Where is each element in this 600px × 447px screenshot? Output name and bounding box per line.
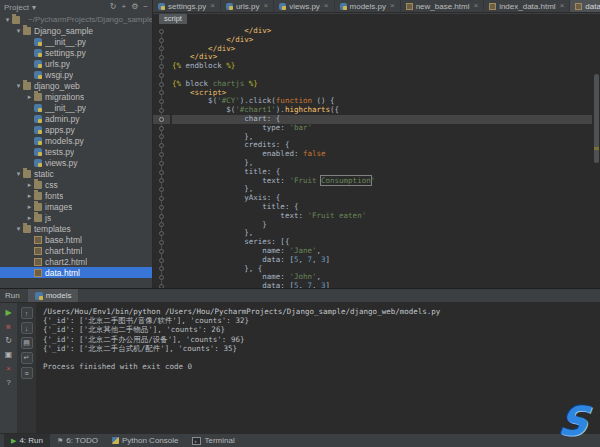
fold-marker-icon[interactable] bbox=[153, 106, 170, 115]
tree-item-__init__.py[interactable]: __init__.py bbox=[0, 36, 152, 47]
fold-marker-icon[interactable] bbox=[153, 265, 170, 274]
console-output[interactable]: /Users/Hou/Env1/bin/python /Users/Hou/Py… bbox=[43, 307, 596, 431]
down-stack-icon[interactable]: ↓ bbox=[21, 322, 33, 334]
fold-marker-icon[interactable] bbox=[153, 185, 170, 194]
tab-data.html[interactable]: data.html× bbox=[570, 0, 600, 12]
tree-item-Django_sample[interactable]: ▾Django_sample~/PycharmProjects/Django_s… bbox=[0, 14, 152, 25]
close-icon[interactable]: × bbox=[324, 2, 329, 10]
chevron-down-icon[interactable]: ▾ bbox=[14, 170, 23, 178]
fold-marker-icon[interactable] bbox=[153, 89, 170, 98]
chevron-down-icon[interactable]: ▾ bbox=[3, 16, 12, 24]
close-icon[interactable]: × bbox=[3, 363, 14, 374]
chevron-down-icon[interactable]: ▾ bbox=[14, 27, 23, 35]
tab-urls.py[interactable]: urls.py× bbox=[221, 0, 274, 12]
fold-marker-icon[interactable] bbox=[153, 53, 170, 62]
tab-models.py[interactable]: models.py× bbox=[335, 0, 401, 12]
chevron-down-icon[interactable]: ▾ bbox=[14, 225, 23, 233]
project-panel-selector[interactable]: Project ▾ bbox=[4, 3, 36, 12]
tree-item-apps.py[interactable]: apps.py bbox=[0, 124, 152, 135]
add-icon[interactable]: + bbox=[121, 0, 126, 14]
chevron-right-icon[interactable]: ▸ bbox=[25, 192, 34, 200]
tree-item-images[interactable]: ▸images bbox=[0, 201, 152, 212]
tree-item-views.py[interactable]: views.py bbox=[0, 157, 152, 168]
chevron-right-icon[interactable]: ▸ bbox=[25, 93, 34, 101]
soft-wrap-icon[interactable]: ↵ bbox=[21, 352, 33, 364]
fold-marker-icon[interactable] bbox=[153, 238, 170, 247]
fold-marker-icon[interactable] bbox=[153, 247, 170, 256]
fold-marker-icon[interactable] bbox=[153, 159, 170, 168]
run-config-tab[interactable]: models bbox=[28, 289, 79, 302]
editor-gutter[interactable] bbox=[153, 27, 170, 288]
toolwindow-button-terminal[interactable]: ›Terminal bbox=[185, 434, 241, 447]
fold-marker-icon[interactable] bbox=[153, 229, 170, 238]
fold-marker-icon[interactable] bbox=[153, 194, 170, 203]
hide-panel-icon[interactable]: − bbox=[143, 0, 148, 14]
tree-item-models.py[interactable]: models.py bbox=[0, 135, 152, 146]
close-icon[interactable]: × bbox=[390, 2, 395, 10]
tree-item-Django_sample[interactable]: ▾Django_sample bbox=[0, 25, 152, 36]
tree-item-css[interactable]: ▸css bbox=[0, 179, 152, 190]
tree-item-static[interactable]: ▾static bbox=[0, 168, 152, 179]
up-stack-icon[interactable]: ↑ bbox=[21, 307, 33, 319]
chevron-right-icon[interactable]: ▸ bbox=[25, 203, 34, 211]
tree-item-data.html[interactable]: data.html bbox=[0, 267, 152, 278]
tree-item-urls.py[interactable]: urls.py bbox=[0, 58, 152, 69]
tree-item-templates[interactable]: ▾templates bbox=[0, 223, 152, 234]
fold-marker-icon[interactable] bbox=[153, 256, 170, 265]
fold-marker-icon[interactable] bbox=[153, 150, 170, 159]
tree-item-settings.py[interactable]: settings.py bbox=[0, 47, 152, 58]
rerun-icon[interactable]: ▶ bbox=[3, 307, 14, 318]
code-editor[interactable]: script </div> </div> </div> </div>{% end… bbox=[153, 14, 600, 288]
fold-marker-icon[interactable] bbox=[153, 80, 170, 89]
tree-item-fonts[interactable]: ▸fonts bbox=[0, 190, 152, 201]
toolwindow-button-6-todo[interactable]: ⚑6: TODO bbox=[50, 434, 105, 447]
tree-item-tests.py[interactable]: tests.py bbox=[0, 146, 152, 157]
fold-marker-icon[interactable] bbox=[153, 133, 170, 142]
chevron-right-icon[interactable]: ▸ bbox=[25, 214, 34, 222]
fold-marker-icon[interactable] bbox=[153, 115, 170, 124]
close-icon[interactable]: × bbox=[473, 2, 478, 10]
tab-views.py[interactable]: views.py× bbox=[274, 0, 334, 12]
fold-marker-icon[interactable] bbox=[153, 27, 170, 36]
fold-marker-icon[interactable] bbox=[153, 62, 170, 71]
tree-item-wsgi.py[interactable]: wsgi.py bbox=[0, 69, 152, 80]
fold-marker-icon[interactable] bbox=[153, 221, 170, 230]
editor-scrollbar[interactable] bbox=[593, 27, 600, 288]
console-settings-icon[interactable]: ▤ bbox=[21, 337, 33, 349]
fold-marker-icon[interactable] bbox=[153, 141, 170, 150]
tab-new_base.html[interactable]: new_base.html× bbox=[401, 0, 484, 12]
toolwindow-button-4-run[interactable]: ▶4: Run bbox=[4, 434, 50, 447]
tab-index_data.html[interactable]: index_data.html× bbox=[484, 0, 570, 12]
toolwindow-button-python-console[interactable]: Python Console bbox=[105, 434, 185, 447]
settings-gear-icon[interactable]: ⚙ bbox=[131, 0, 138, 14]
close-icon[interactable]: × bbox=[263, 2, 268, 10]
chevron-right-icon[interactable]: ▸ bbox=[25, 181, 34, 189]
fold-marker-icon[interactable] bbox=[153, 273, 170, 282]
tab-settings.py[interactable]: settings.py× bbox=[153, 0, 221, 12]
scroll-end-icon[interactable]: ≡ bbox=[21, 367, 33, 379]
fold-marker-icon[interactable] bbox=[153, 124, 170, 133]
fold-marker-icon[interactable] bbox=[153, 177, 170, 186]
tree-item-base.html[interactable]: base.html bbox=[0, 234, 152, 245]
fold-marker-icon[interactable] bbox=[153, 71, 170, 80]
tree-item-chart2.html[interactable]: chart2.html bbox=[0, 256, 152, 267]
fold-marker-icon[interactable] bbox=[153, 168, 170, 177]
fold-marker-icon[interactable] bbox=[153, 45, 170, 54]
stop-icon[interactable]: ■ bbox=[3, 321, 14, 332]
fold-marker-icon[interactable] bbox=[153, 97, 170, 106]
restore-layout-icon[interactable]: ↻ bbox=[3, 335, 14, 346]
close-icon[interactable]: × bbox=[210, 2, 215, 10]
pin-icon[interactable]: ▣ bbox=[3, 349, 14, 360]
fold-marker-icon[interactable] bbox=[153, 203, 170, 212]
tree-item-__init__.py[interactable]: __init__.py bbox=[0, 102, 152, 113]
tree-item-django_web[interactable]: ▾django_web bbox=[0, 80, 152, 91]
help-icon[interactable]: ? bbox=[3, 377, 14, 388]
fold-marker-icon[interactable] bbox=[153, 212, 170, 221]
tree-item-migrations[interactable]: ▸migrations bbox=[0, 91, 152, 102]
fold-marker-icon[interactable] bbox=[153, 36, 170, 45]
tree-item-chart.html[interactable]: chart.html bbox=[0, 245, 152, 256]
tree-item-admin.py[interactable]: admin.py bbox=[0, 113, 152, 124]
close-icon[interactable]: × bbox=[560, 2, 565, 10]
chevron-down-icon[interactable]: ▾ bbox=[14, 82, 23, 90]
refresh-icon[interactable]: ↻ bbox=[110, 0, 117, 14]
